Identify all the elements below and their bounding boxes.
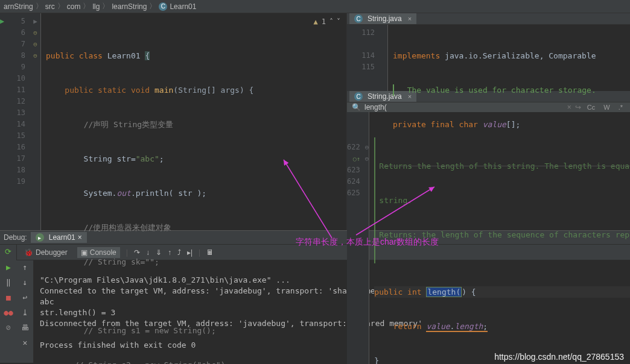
crumb[interactable]: Learn01	[170, 2, 196, 11]
line-gutter: 112 114115	[347, 25, 380, 91]
mute-breakpoints-icon[interactable]: ⊘	[6, 323, 11, 332]
search-icon: 🔍	[352, 103, 361, 111]
class-icon: C	[159, 2, 167, 11]
code-area[interactable]: ▲1 ˄ ˅ public class Learn01 { public sta…	[41, 13, 346, 230]
resume-icon[interactable]: ▶	[6, 263, 11, 272]
down-icon[interactable]: ↓	[23, 278, 28, 287]
inspection-badge[interactable]: ▲1 ˄ ˅	[314, 16, 340, 28]
print-icon[interactable]: 🖶	[21, 323, 29, 332]
crumb[interactable]: learnString	[112, 2, 147, 11]
editor-string-upper[interactable]: 112 114115 implements java.io.Serializab…	[347, 25, 630, 91]
line-gutter: 622 ○↑ 623624625	[347, 112, 365, 364]
stop-icon[interactable]: ■	[6, 293, 11, 302]
editor-main[interactable]: ▶5 678 91011 121314 151617 1819 ▶⊖⊖ ⊖ ▲1…	[0, 13, 346, 230]
editor-string-lower[interactable]: 622 ○↑ 623624625 ⊖⊖ Returns the length o…	[347, 112, 630, 364]
clear-icon[interactable]: ✕	[23, 338, 28, 347]
line-gutter: ▶5 678 91011 121314 151617 1819	[0, 13, 30, 230]
debug-left-rail[interactable]: ▶ ‖ ■ ●● ⊘	[0, 260, 17, 363]
crumb[interactable]: src	[45, 2, 55, 11]
soft-wrap-icon[interactable]: ↩	[23, 293, 28, 302]
rerun-icon[interactable]: ⟳	[5, 247, 11, 256]
up-icon[interactable]: ↑	[23, 263, 28, 272]
class-icon: C	[354, 92, 363, 101]
chevron-up-icon[interactable]: ˄	[329, 16, 333, 28]
pause-icon[interactable]: ‖	[6, 278, 11, 287]
fold-gutter[interactable]: ▶⊖⊖ ⊖	[30, 13, 41, 230]
run-gutter-icon[interactable]: ▶	[0, 16, 4, 27]
crumb[interactable]: arnString	[4, 2, 33, 11]
tab-string-upper[interactable]: C String.java×	[349, 13, 416, 24]
override-icon[interactable]: ○↑	[353, 155, 360, 162]
close-icon[interactable]: ×	[408, 15, 412, 22]
crumb[interactable]: com	[67, 2, 81, 11]
chevron-down-icon[interactable]: ˅	[337, 16, 340, 28]
scroll-end-icon[interactable]: ⤓	[22, 308, 28, 317]
console-left-rail[interactable]: ↑ ↓ ↩ ⤓ 🖶 ✕	[17, 260, 34, 363]
class-icon: C	[354, 14, 363, 23]
view-breakpoints-icon[interactable]: ●●	[4, 308, 13, 317]
debug-label: Debug:	[4, 233, 27, 242]
watermark: https://blog.csdn.net/qq_27865153	[494, 352, 624, 362]
breadcrumb[interactable]: arnString〉 src〉 com〉 llg〉 learnString〉 C…	[0, 0, 630, 13]
bug-icon: 🐞	[24, 248, 33, 257]
crumb[interactable]: llg	[92, 2, 100, 11]
run-icon: ▸	[36, 233, 44, 242]
